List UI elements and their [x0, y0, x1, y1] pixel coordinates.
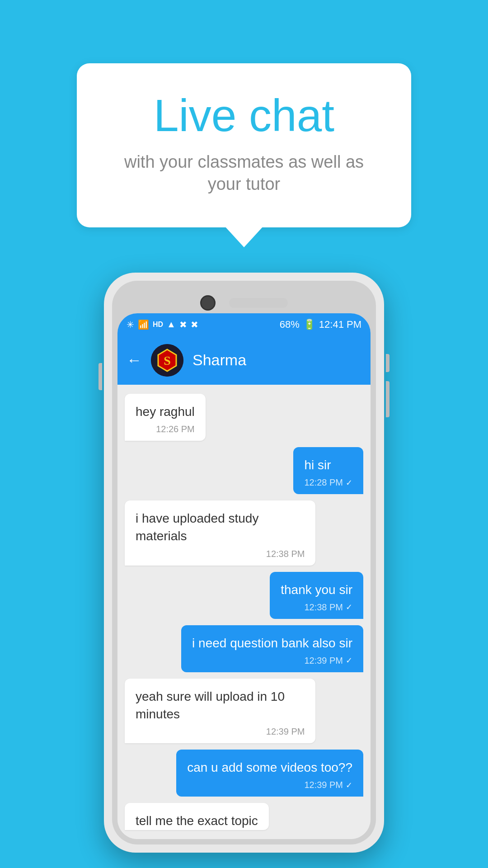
volume-button-right: [386, 381, 389, 417]
message-5-check: ✓: [346, 656, 352, 665]
phone-inner-shell: ✳ 📶 HD ▲ ✖ ✖ 68% 🔋 12:41 PM ←: [112, 281, 376, 844]
message-8: tell me the exact topic: [125, 803, 269, 830]
chat-area: hey raghul 12:26 PM hi sir 12:28 PM ✓: [117, 385, 371, 839]
message-6-text: yeah sure will upload in 10 minutes: [136, 688, 305, 723]
message-2-meta: 12:28 PM ✓: [304, 477, 352, 488]
message-2-text: hi sir: [304, 456, 352, 474]
bluetooth-icon: ✳: [127, 319, 134, 330]
message-1-time: 12:26 PM: [156, 424, 195, 434]
status-right: 68% 🔋 12:41 PM: [280, 319, 361, 330]
message-6-time: 12:39 PM: [266, 726, 305, 737]
phone-top-elements: [112, 295, 376, 311]
message-3-time: 12:38 PM: [266, 549, 305, 559]
message-7: can u add some videos too?? 12:39 PM ✓: [176, 750, 363, 797]
message-5: i need question bank also sir 12:39 PM ✓: [181, 625, 363, 672]
battery-icon: 🔋: [303, 319, 315, 330]
message-7-check: ✓: [346, 780, 352, 790]
phone-outer-shell: ✳ 📶 HD ▲ ✖ ✖ 68% 🔋 12:41 PM ←: [104, 273, 384, 853]
message-1: hey raghul 12:26 PM: [125, 394, 206, 441]
bubble-subtitle: with your classmates as well as your tut…: [113, 151, 375, 196]
battery-percent: 68%: [280, 319, 300, 330]
contact-name: Sharma: [192, 351, 246, 369]
hd-icon: HD: [153, 321, 163, 329]
chat-header: ← S Sharma: [117, 336, 371, 385]
message-5-text: i need question bank also sir: [192, 634, 352, 652]
message-4: thank you sir 12:38 PM ✓: [270, 572, 363, 619]
message-4-text: thank you sir: [281, 581, 352, 599]
camera-icon: [200, 295, 216, 311]
message-3-text: i have uploaded study materials: [136, 509, 305, 545]
svg-text:S: S: [164, 354, 171, 368]
phone-mockup: ✳ 📶 HD ▲ ✖ ✖ 68% 🔋 12:41 PM ←: [104, 273, 384, 853]
roaming-icon: ✖: [191, 319, 198, 330]
message-5-time: 12:39 PM: [304, 656, 343, 666]
data-icon: ✖: [179, 319, 187, 330]
message-7-text: can u add some videos too??: [187, 759, 352, 776]
message-3: i have uploaded study materials 12:38 PM: [125, 500, 315, 565]
bubble-title: Live chat: [113, 90, 375, 140]
avatar: S: [151, 344, 183, 377]
message-3-meta: 12:38 PM: [136, 549, 305, 559]
phone-screen: ✳ 📶 HD ▲ ✖ ✖ 68% 🔋 12:41 PM ←: [117, 313, 371, 839]
message-4-check: ✓: [346, 602, 352, 612]
message-2-time: 12:28 PM: [304, 477, 343, 488]
message-1-meta: 12:26 PM: [136, 424, 195, 434]
message-4-meta: 12:38 PM ✓: [281, 602, 352, 613]
status-bar: ✳ 📶 HD ▲ ✖ ✖ 68% 🔋 12:41 PM: [117, 313, 371, 336]
message-6: yeah sure will upload in 10 minutes 12:3…: [125, 679, 315, 743]
message-2: hi sir 12:28 PM ✓: [293, 447, 363, 494]
message-7-meta: 12:39 PM ✓: [187, 780, 352, 790]
signal-icon: 📶: [138, 319, 149, 330]
message-8-text: tell me the exact topic: [136, 812, 258, 830]
message-5-meta: 12:39 PM ✓: [192, 656, 352, 666]
volume-button: [99, 363, 102, 390]
message-7-time: 12:39 PM: [304, 780, 343, 790]
status-icons-left: ✳ 📶 HD ▲ ✖ ✖: [127, 319, 198, 330]
message-2-check: ✓: [346, 478, 352, 488]
message-1-text: hey raghul: [136, 403, 195, 420]
power-button: [386, 354, 389, 372]
message-4-time: 12:38 PM: [304, 602, 343, 613]
wifi-icon: ▲: [167, 319, 176, 330]
speech-bubble: Live chat with your classmates as well a…: [77, 63, 411, 227]
message-6-meta: 12:39 PM: [136, 726, 305, 737]
back-button[interactable]: ←: [127, 351, 142, 369]
speaker: [229, 298, 288, 308]
clock: 12:41 PM: [319, 319, 361, 330]
